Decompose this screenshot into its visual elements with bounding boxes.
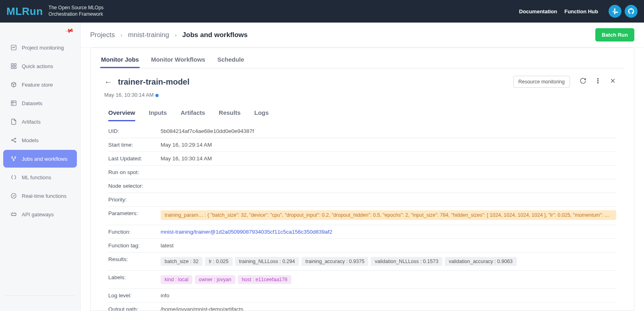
label-loglevel: Log level: [108, 292, 161, 299]
sidebar-item-jobs-workflows[interactable]: Jobs and workflows [3, 150, 77, 168]
parameter-chip[interactable]: training_param… : { "batch_size": 32, "d… [161, 210, 616, 220]
resource-monitoring-button[interactable]: Resource monitoring [513, 76, 570, 88]
result-chip[interactable]: training_accuracy : 0.9375 [301, 257, 369, 266]
chevron-right-icon: › [175, 32, 177, 38]
svg-rect-1 [11, 64, 13, 66]
result-chip[interactable]: validation_NLLLoss : 0.1573 [371, 257, 442, 266]
result-chip[interactable]: validation_accuracy : 0.9063 [445, 257, 516, 266]
sidebar-item-datasets[interactable]: Datasets [3, 94, 77, 112]
svg-rect-4 [14, 66, 16, 68]
tab-monitor-jobs[interactable]: Monitor Jobs [100, 53, 140, 68]
job-title: trainer-train-model [118, 77, 190, 87]
svg-rect-5 [11, 101, 16, 106]
label-chip[interactable]: host : e11ceefaa178 [238, 275, 291, 284]
close-icon[interactable] [609, 77, 616, 86]
label-chip[interactable]: kind : local [161, 275, 192, 284]
batch-run-button[interactable]: Batch Run [595, 28, 634, 41]
value-start: May 16, 10:29:14 AM [161, 142, 616, 148]
sidebar-item-project-monitoring[interactable]: Project monitoring [3, 39, 77, 56]
sidebar-item-quick-actions[interactable]: Quick actions [3, 57, 77, 75]
sidebar-item-realtime-functions[interactable]: Real-time functions [3, 187, 77, 205]
top-header: MLRun The Open Source MLOps Orchestratio… [0, 0, 644, 23]
status-dot-icon [155, 94, 159, 97]
main-tabs: Monitor Jobs Monitor Workflows Schedule [100, 48, 624, 68]
crumb-project[interactable]: mnist-training [128, 31, 169, 39]
function-link[interactable]: mnist-training/trainer@1d2a0509908793403… [161, 229, 332, 235]
crumb-current: Jobs and workflows [182, 31, 248, 39]
tab-schedule[interactable]: Schedule [217, 53, 245, 68]
breadcrumb: Projects › mnist-training › Jobs and wor… [80, 23, 644, 48]
sidebar-item-feature-store[interactable]: Feature store [3, 76, 77, 93]
github-icon[interactable] [625, 5, 638, 18]
subtab-overview[interactable]: Overview [108, 106, 135, 121]
svg-point-19 [597, 80, 598, 81]
tagline: The Open Source MLOps Orchestration Fram… [49, 5, 104, 17]
sub-tabs: Overview Inputs Artifacts Results Logs [100, 101, 624, 121]
link-function-hub[interactable]: Function Hub [564, 8, 598, 15]
logo[interactable]: MLRun [6, 5, 43, 18]
value-results: batch_size : 32lr : 0.025training_NLLLos… [161, 256, 616, 267]
slack-icon[interactable] [609, 5, 621, 18]
subtab-inputs[interactable]: Inputs [149, 106, 167, 121]
overview-details[interactable]: UID:5b084214af7c4ae68e10dd0e0e94387f Sta… [100, 121, 624, 311]
label-chip[interactable]: owner : jovyan [195, 275, 235, 284]
crumb-projects[interactable]: Projects [90, 31, 115, 39]
back-arrow-icon[interactable]: ← [104, 77, 112, 87]
svg-point-9 [15, 138, 16, 139]
link-documentation[interactable]: Documentation [519, 8, 557, 15]
sidebar-item-api-gateways[interactable]: API gateways [3, 205, 77, 223]
svg-rect-17 [11, 213, 16, 215]
result-chip[interactable]: lr : 0.025 [205, 257, 233, 266]
subtab-logs[interactable]: Logs [254, 106, 269, 121]
svg-rect-3 [11, 66, 13, 68]
label-ftag: Function tag: [108, 243, 161, 249]
label-spot: Run on spot: [108, 169, 161, 175]
label-node: Node selector: [108, 183, 161, 189]
svg-point-20 [597, 82, 598, 83]
tab-monitor-workflows[interactable]: Monitor Workflows [150, 53, 206, 68]
value-labels: kind : localowner : jovyanhost : e11ceef… [161, 274, 616, 285]
more-vert-icon[interactable] [594, 77, 601, 86]
sidebar-item-models[interactable]: Models [3, 131, 77, 149]
svg-point-13 [12, 157, 13, 158]
svg-point-8 [12, 140, 13, 141]
label-parameters: Parameters: [108, 210, 161, 216]
label-start: Start time: [108, 142, 161, 148]
value-loglevel: info [161, 292, 616, 299]
value-ftag: latest [161, 243, 616, 249]
label-uid: UID: [108, 128, 161, 134]
job-timestamp: May 16, 10:30:14 AM [100, 90, 624, 101]
label-function: Function: [108, 229, 161, 235]
value-updated: May 16, 10:30:14 AM [161, 156, 616, 162]
label-labels: Labels: [108, 274, 161, 280]
value-uid: 5b084214af7c4ae68e10dd0e0e94387f [161, 128, 616, 134]
main-content: Projects › mnist-training › Jobs and wor… [80, 23, 644, 311]
label-updated: Last Updated: [108, 156, 161, 162]
subtab-results[interactable]: Results [219, 106, 241, 121]
svg-rect-2 [14, 64, 16, 66]
svg-point-15 [13, 160, 14, 161]
sidebar: 📌 Project monitoring Quick actions Featu… [0, 23, 80, 311]
svg-line-11 [12, 139, 14, 140]
subtab-artifacts[interactable]: Artifacts [181, 106, 205, 121]
svg-point-10 [15, 141, 16, 143]
svg-point-18 [597, 78, 598, 79]
value-outpath: /home/jovyan/mnist-demo/artifacts [161, 306, 616, 311]
label-outpath: Output path: [108, 306, 161, 311]
pin-icon[interactable]: 📌 [65, 26, 74, 35]
result-chip[interactable]: batch_size : 32 [161, 257, 202, 266]
sidebar-item-artifacts[interactable]: Artifacts [3, 113, 77, 131]
result-chip[interactable]: training_NLLLoss : 0.294 [235, 257, 299, 266]
job-header: ← trainer-train-model Resource monitorin… [100, 68, 624, 90]
sidebar-item-ml-functions[interactable]: ML functions [3, 168, 77, 186]
label-priority: Priority: [108, 197, 161, 203]
refresh-icon[interactable] [580, 77, 586, 86]
label-results: Results: [108, 256, 161, 262]
svg-line-12 [12, 140, 14, 142]
chevron-right-icon: › [120, 32, 122, 38]
svg-point-14 [15, 157, 16, 158]
